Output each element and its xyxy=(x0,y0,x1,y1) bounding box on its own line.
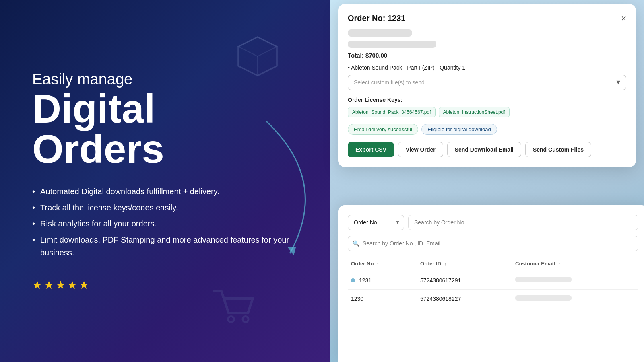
order-total: Total: $700.00 xyxy=(348,52,626,59)
star-1: ★ xyxy=(32,278,42,292)
license-keys-label: Order License Keys: xyxy=(348,97,626,103)
bullet-item-1: Automated Digital downloads fulfillment … xyxy=(32,185,306,198)
sort-icon-email: ↕ xyxy=(558,261,561,266)
star-rating: ★ ★ ★ ★ ★ xyxy=(32,278,306,292)
modal-title: Order No: 1231 xyxy=(348,14,405,23)
license-file-2: Ableton_InstructionSheet.pdf xyxy=(439,107,510,117)
box-icon xyxy=(233,32,282,80)
col-order-no[interactable]: Order No ↕ xyxy=(348,257,417,271)
send-download-email-button[interactable]: Send Download Email xyxy=(447,142,521,157)
star-5: ★ xyxy=(79,278,89,292)
svg-marker-1 xyxy=(238,37,277,56)
license-file-1: Ableton_Sound_Pack_34564567.pdf xyxy=(348,107,436,117)
order-filter-select[interactable]: Order No. xyxy=(348,215,404,230)
svg-point-3 xyxy=(228,316,234,322)
cell-customer-email xyxy=(512,271,638,290)
export-csv-button[interactable]: Export CSV xyxy=(348,142,394,157)
star-3: ★ xyxy=(56,278,66,292)
order-search-input-wrapper xyxy=(408,215,638,230)
bullet-item-2: Track all the license keys/codes easily. xyxy=(32,201,306,214)
table-search-row: Order No. ▼ xyxy=(348,215,638,230)
global-search-input[interactable] xyxy=(348,236,638,251)
cell-order-id: 5724380617291 xyxy=(417,271,512,290)
cell-order-no: 1230 xyxy=(348,290,417,308)
product-item: Ableton Sound Pack - Part I (ZIP) - Quan… xyxy=(348,64,626,71)
skeleton-bar-1 xyxy=(348,29,412,37)
view-order-button[interactable]: View Order xyxy=(398,142,443,157)
left-panel: Easily manage Digital Orders Automated D… xyxy=(0,0,330,362)
status-badges: Email delivery successful Eligible for d… xyxy=(348,124,626,135)
cart-icon xyxy=(209,282,258,330)
cell-customer-email xyxy=(512,290,638,308)
bullet-item-3: Risk analytics for all your orders. xyxy=(32,217,306,230)
bullet-item-4: Limit downloads, PDF Stamping and more a… xyxy=(32,233,306,259)
feature-list: Automated Digital downloads fulfillment … xyxy=(32,185,306,262)
star-4: ★ xyxy=(67,278,77,292)
svg-point-4 xyxy=(243,316,248,322)
cell-order-no: 1231 xyxy=(348,271,417,290)
custom-files-select[interactable]: Select custom file(s) to send xyxy=(348,75,626,90)
global-search-row: 🔍 xyxy=(348,236,638,251)
close-button[interactable]: × xyxy=(621,14,626,23)
email-skeleton-2 xyxy=(515,295,572,301)
table-row[interactable]: 1231 5724380617291 xyxy=(348,271,638,290)
col-customer-email[interactable]: Customer Email ↕ xyxy=(512,257,638,271)
right-panel: Order No: 1231 × Total: $700.00 Ableton … xyxy=(330,0,644,362)
action-buttons: Export CSV View Order Send Download Emai… xyxy=(348,142,626,157)
license-tags: Ableton_Sound_Pack_34564567.pdf Ableton_… xyxy=(348,107,626,117)
orders-table: Order No ↕ Order ID ↕ Customer Email ↕ xyxy=(348,257,638,308)
custom-files-select-wrapper: Select custom file(s) to send ▼ xyxy=(348,75,626,90)
row-indicator xyxy=(351,278,355,282)
cell-order-id: 5724380618227 xyxy=(417,290,512,308)
table-panel: Order No. ▼ 🔍 Order No ↕ Order I xyxy=(338,205,644,362)
table-row[interactable]: 1230 5724380618227 xyxy=(348,290,638,308)
col-order-id[interactable]: Order ID ↕ xyxy=(417,257,512,271)
eligible-download-badge: Eligible for digital download xyxy=(421,124,497,135)
star-2: ★ xyxy=(44,278,54,292)
skeleton-bar-2 xyxy=(348,41,436,48)
sort-icon-order-no: ↕ xyxy=(377,261,379,266)
order-search-input[interactable] xyxy=(408,215,638,230)
email-delivery-badge: Email delivery successful xyxy=(348,124,418,135)
send-custom-files-button[interactable]: Send Custom Files xyxy=(525,142,591,157)
sort-icon-order-id: ↕ xyxy=(444,261,447,266)
modal-header: Order No: 1231 × xyxy=(348,14,626,23)
email-skeleton-1 xyxy=(515,277,572,282)
order-modal: Order No: 1231 × Total: $700.00 Ableton … xyxy=(338,4,636,167)
global-search-icon: 🔍 xyxy=(353,240,359,247)
table-body: 1231 5724380617291 1230 5724380618227 xyxy=(348,271,638,308)
table-header: Order No ↕ Order ID ↕ Customer Email ↕ xyxy=(348,257,638,271)
order-filter-wrapper: Order No. ▼ xyxy=(348,215,404,230)
